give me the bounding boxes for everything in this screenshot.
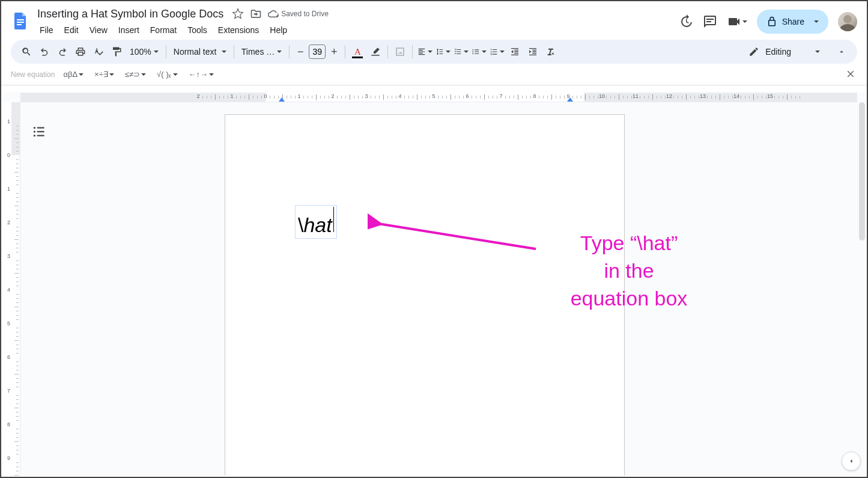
equation-toolbar: New equation αβΔ ×÷∃ ≤≠⊃ √( )ᵪ ←↑→ [1, 64, 867, 85]
save-status-text: Saved to Drive [281, 10, 329, 18]
lock-icon [766, 16, 777, 27]
text-color-icon[interactable]: A [349, 43, 366, 60]
svg-rect-6 [37, 127, 44, 128]
eq-greek-dropdown[interactable]: αβΔ [61, 69, 86, 80]
redo-icon[interactable] [54, 43, 71, 60]
close-equation-icon[interactable] [845, 69, 856, 79]
menu-file[interactable]: File [35, 23, 58, 37]
highlight-color-icon[interactable] [367, 43, 384, 60]
menu-view[interactable]: View [85, 23, 112, 37]
eq-math-dropdown[interactable]: √( )ᵪ [154, 69, 180, 80]
account-avatar[interactable] [838, 12, 857, 31]
share-dropdown-icon[interactable] [809, 20, 824, 23]
pencil-icon [748, 46, 759, 57]
spellcheck-icon[interactable] [90, 43, 107, 60]
svg-rect-0 [17, 19, 24, 20]
svg-point-5 [34, 127, 35, 129]
vertical-scrollbar[interactable] [858, 102, 866, 465]
insert-image-icon[interactable] [392, 43, 408, 60]
collapse-toolbar-icon[interactable] [833, 43, 850, 60]
side-panel-toggle[interactable] [842, 452, 861, 471]
document-title[interactable]: Inserting a Hat Symbol in Google Docs [35, 7, 226, 22]
svg-rect-3 [706, 19, 714, 20]
font-size-input[interactable] [309, 44, 326, 59]
comments-icon[interactable] [703, 14, 717, 29]
undo-icon[interactable] [36, 43, 53, 60]
print-icon[interactable] [72, 43, 89, 60]
cloud-status[interactable]: Saved to Drive [268, 8, 329, 19]
vertical-ruler[interactable]: 10123456789 [2, 102, 20, 476]
history-icon[interactable] [679, 14, 693, 29]
scrollbar-thumb[interactable] [859, 102, 865, 241]
bulleted-list-dropdown[interactable] [470, 43, 487, 60]
font-dropdown[interactable]: Times … [238, 43, 285, 60]
menu-extensions[interactable]: Extensions [213, 23, 264, 37]
text-cursor [333, 207, 334, 232]
share-label: Share [782, 17, 804, 26]
zoom-dropdown[interactable]: 100% [126, 43, 162, 60]
svg-rect-2 [17, 24, 22, 25]
meet-button[interactable] [727, 14, 747, 29]
menu-bar: File Edit View Insert Format Tools Exten… [35, 23, 329, 37]
star-icon[interactable] [232, 8, 244, 20]
menu-insert[interactable]: Insert [114, 23, 144, 37]
svg-rect-8 [37, 131, 44, 132]
font-size-decrease[interactable]: − [293, 44, 308, 59]
svg-rect-10 [37, 135, 44, 136]
new-equation-label[interactable]: New equation [11, 70, 55, 79]
font-size-increase[interactable]: + [327, 44, 341, 59]
share-button[interactable]: Share [757, 10, 828, 34]
indent-decrease-icon[interactable] [506, 43, 523, 60]
move-icon[interactable] [250, 8, 262, 20]
equation-input-box[interactable]: \hat [295, 205, 337, 239]
search-menus-icon[interactable] [18, 43, 35, 60]
header: Inserting a Hat Symbol in Google Docs Sa… [1, 1, 867, 40]
paint-format-icon[interactable] [108, 43, 125, 60]
font-size-control: − + [293, 44, 341, 59]
document-canvas[interactable]: \hat [20, 102, 857, 476]
checklist-dropdown[interactable] [452, 43, 469, 60]
workspace: 210123456789101112131415 10123456789 \ha… [2, 93, 866, 476]
eq-operators-dropdown[interactable]: ×÷∃ [92, 69, 117, 80]
svg-rect-1 [17, 22, 24, 23]
document-page[interactable]: \hat [225, 114, 625, 476]
menu-tools[interactable]: Tools [183, 23, 212, 37]
indent-increase-icon[interactable] [524, 43, 541, 60]
clear-formatting-icon[interactable] [542, 43, 559, 60]
docs-logo-icon[interactable] [8, 8, 32, 32]
editing-mode-dropdown[interactable]: Editing [742, 46, 826, 57]
svg-point-7 [34, 130, 35, 132]
numbered-list-dropdown[interactable] [488, 43, 505, 60]
align-dropdown[interactable] [416, 43, 433, 60]
svg-point-9 [34, 135, 35, 136]
svg-rect-4 [706, 21, 711, 22]
eq-arrows-dropdown[interactable]: ←↑→ [186, 69, 217, 80]
menu-help[interactable]: Help [265, 23, 292, 37]
menu-format[interactable]: Format [145, 23, 181, 37]
video-icon [727, 14, 741, 29]
line-spacing-dropdown[interactable] [434, 43, 451, 60]
toolbar: 100% Normal text Times … − + A Editing [11, 40, 857, 64]
horizontal-ruler[interactable]: 210123456789101112131415 [20, 93, 857, 102]
eq-relations-dropdown[interactable]: ≤≠⊃ [123, 69, 148, 80]
outline-toggle-icon[interactable] [31, 124, 47, 139]
cloud-icon [268, 8, 279, 19]
chevron-down-icon [742, 20, 747, 23]
style-dropdown[interactable]: Normal text [170, 43, 230, 60]
menu-edit[interactable]: Edit [59, 23, 83, 37]
